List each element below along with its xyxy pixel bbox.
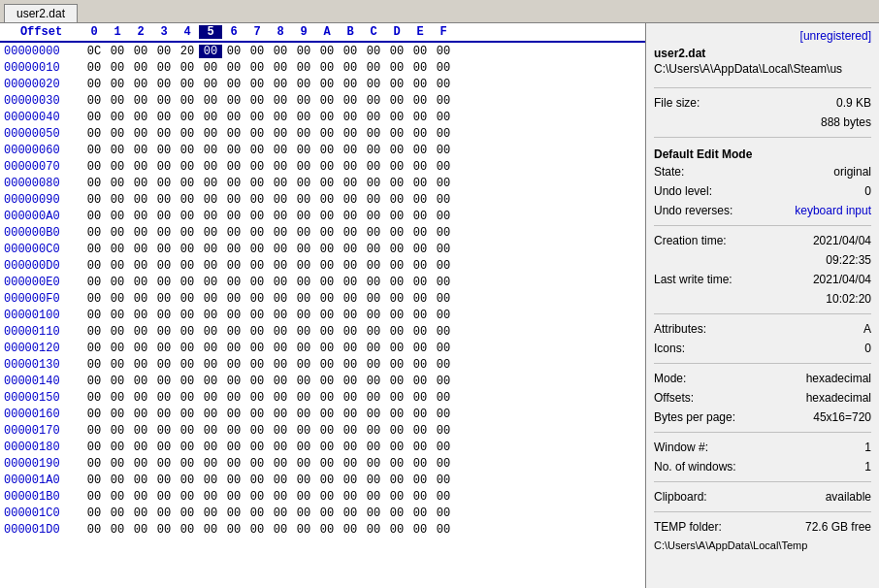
cell-hex[interactable]: 00 [222,226,245,240]
cell-hex[interactable]: 00 [432,243,455,256]
cell-hex[interactable]: 00 [82,408,106,421]
cell-hex[interactable]: 00 [176,127,199,141]
cell-hex[interactable]: 00 [199,424,222,438]
cell-hex[interactable]: 00 [385,358,408,372]
cell-hex[interactable]: 00 [292,391,315,405]
cell-hex[interactable]: 00 [432,94,455,108]
cell-hex[interactable]: 00 [245,45,269,58]
cell-hex[interactable]: 00 [82,177,106,190]
cell-hex[interactable]: 00 [245,177,269,190]
cell-hex[interactable]: 00 [315,490,339,504]
cell-hex[interactable]: 00 [129,78,152,91]
cell-hex[interactable]: 00 [129,441,152,454]
cell-hex[interactable]: 00 [385,474,408,487]
cell-hex[interactable]: 00 [339,391,362,405]
cell-hex[interactable]: 00 [106,424,129,438]
cell-hex[interactable]: 00 [245,375,269,388]
cell-hex[interactable]: 00 [152,226,176,240]
cell-hex[interactable]: 00 [152,127,176,141]
cell-hex[interactable]: 00 [199,325,222,339]
cell-hex[interactable]: 00 [199,457,222,471]
cell-hex[interactable]: 00 [152,441,176,454]
cell-hex[interactable]: 00 [199,342,222,355]
cell-hex[interactable]: 00 [176,342,199,355]
cell-hex[interactable]: 00 [432,78,455,91]
cell-hex[interactable]: 00 [408,111,432,124]
cell-hex[interactable]: 00 [245,226,269,240]
cell-hex[interactable]: 00 [432,523,455,537]
cell-hex[interactable]: 00 [176,78,199,91]
cell-hex[interactable]: 00 [245,61,269,75]
cell-hex[interactable]: 00 [408,243,432,256]
cell-hex[interactable]: 00 [269,226,292,240]
cell-hex[interactable]: 00 [339,45,362,58]
cell-hex[interactable]: 00 [339,474,362,487]
cell-hex[interactable]: 00 [385,243,408,256]
cell-hex[interactable]: 00 [176,144,199,157]
cell-hex[interactable]: 00 [385,292,408,306]
cell-hex[interactable]: 00 [222,490,245,504]
cell-hex[interactable]: 00 [385,144,408,157]
cell-offset[interactable]: 00000040 [0,111,82,124]
cell-hex[interactable]: 00 [432,457,455,471]
cell-hex[interactable]: 00 [385,210,408,223]
cell-hex[interactable]: 00 [408,391,432,405]
cell-hex[interactable]: 00 [222,457,245,471]
cell-hex[interactable]: 00 [339,144,362,157]
cell-hex[interactable]: 00 [292,144,315,157]
cell-hex[interactable]: 00 [82,144,106,157]
cell-hex[interactable]: 00 [315,210,339,223]
cell-hex[interactable]: 00 [339,358,362,372]
cell-hex[interactable]: 00 [432,391,455,405]
cell-hex[interactable]: 00 [222,506,245,520]
cell-hex[interactable]: 00 [245,490,269,504]
cell-hex[interactable]: 00 [152,243,176,256]
cell-hex[interactable]: 00 [82,94,106,108]
cell-hex[interactable]: 00 [408,424,432,438]
cell-hex[interactable]: 00 [245,523,269,537]
cell-hex[interactable]: 00 [408,78,432,91]
cell-hex[interactable]: 00 [269,457,292,471]
cell-hex[interactable]: 00 [315,177,339,190]
cell-hex[interactable]: 00 [106,457,129,471]
cell-hex[interactable]: 00 [199,78,222,91]
cell-hex[interactable]: 00 [315,78,339,91]
cell-hex[interactable]: 00 [106,342,129,355]
cell-hex[interactable]: 00 [362,424,385,438]
cell-hex[interactable]: 00 [432,309,455,322]
cell-hex[interactable]: 00 [129,325,152,339]
cell-offset[interactable]: 000001A0 [0,474,82,487]
cell-hex[interactable]: 00 [269,243,292,256]
cell-hex[interactable]: 00 [315,259,339,273]
cell-hex[interactable]: 00 [385,523,408,537]
cell-hex[interactable]: 00 [362,309,385,322]
cell-hex[interactable]: 00 [129,243,152,256]
cell-hex[interactable]: 00 [129,94,152,108]
cell-hex[interactable]: 00 [432,276,455,289]
cell-hex[interactable]: 00 [82,490,106,504]
cell-hex[interactable]: 00 [385,45,408,58]
cell-hex[interactable]: 00 [339,94,362,108]
cell-hex[interactable]: 00 [408,259,432,273]
cell-offset[interactable]: 00000060 [0,144,82,157]
cell-hex[interactable]: 00 [339,424,362,438]
cell-hex[interactable]: 00 [362,144,385,157]
cell-hex[interactable]: 00 [292,276,315,289]
cell-offset[interactable]: 000001C0 [0,506,82,520]
cell-offset[interactable]: 00000080 [0,177,82,190]
cell-hex[interactable]: 00 [292,111,315,124]
cell-hex[interactable]: 00 [315,424,339,438]
cell-hex[interactable]: 00 [222,441,245,454]
cell-hex[interactable]: 00 [292,506,315,520]
cell-hex[interactable]: 00 [385,309,408,322]
cell-hex[interactable]: 00 [432,259,455,273]
cell-hex[interactable]: 00 [82,391,106,405]
cell-hex[interactable]: 00 [385,226,408,240]
cell-offset[interactable]: 000000E0 [0,276,82,289]
cell-hex[interactable]: 00 [106,127,129,141]
cell-hex[interactable]: 00 [432,177,455,190]
cell-hex[interactable]: 00 [432,506,455,520]
cell-hex[interactable]: 00 [199,276,222,289]
cell-hex[interactable]: 00 [152,523,176,537]
cell-hex[interactable]: 00 [269,325,292,339]
